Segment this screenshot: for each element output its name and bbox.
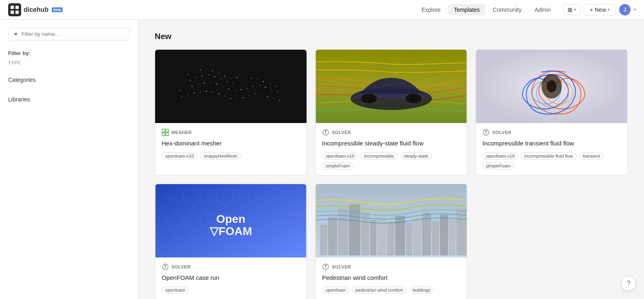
svg-point-50 bbox=[194, 92, 195, 94]
card-incompressible-transient[interactable]: SOLVER Incompressible transient fluid fl… bbox=[475, 49, 628, 176]
logo-text: dicehub bbox=[24, 6, 48, 13]
svg-point-35 bbox=[245, 80, 245, 81]
user-avatar[interactable]: J bbox=[619, 4, 631, 15]
tag-simpleFoam: simpleFoam bbox=[322, 162, 354, 169]
libraries-section: Libraries bbox=[8, 95, 130, 104]
svg-point-46 bbox=[277, 91, 278, 92]
city-svg bbox=[315, 184, 467, 257]
svg-rect-4 bbox=[15, 11, 19, 14]
svg-rect-128 bbox=[440, 215, 448, 255]
card-image-city bbox=[315, 184, 467, 257]
svg-point-20 bbox=[214, 76, 215, 77]
tags-row-hex: openfoam-v10 snappyHexMesh bbox=[162, 152, 300, 160]
help-button[interactable]: ? bbox=[621, 276, 636, 291]
svg-rect-2 bbox=[15, 6, 19, 9]
svg-point-74 bbox=[325, 130, 326, 132]
svg-point-32 bbox=[228, 88, 230, 90]
card-incompressible-steady[interactable]: SOLVER Incompressible steady-state fluid… bbox=[315, 49, 467, 176]
svg-point-112 bbox=[164, 265, 166, 266]
svg-point-38 bbox=[263, 81, 264, 82]
card-title-pedestrian: Pedestrian wind comfort bbox=[322, 274, 460, 282]
cards-grid: MESHER Hex-dominant mesher openfoam-v10 … bbox=[155, 49, 628, 299]
svg-point-19 bbox=[208, 75, 209, 75]
card-pedestrian-wind[interactable]: SOLVER Pedestrian wind comfort openfoam … bbox=[315, 184, 467, 299]
nav-community[interactable]: Community bbox=[487, 4, 527, 15]
main-content: New bbox=[138, 20, 644, 299]
svg-point-12 bbox=[224, 76, 226, 77]
svg-point-72 bbox=[405, 94, 422, 103]
svg-point-25 bbox=[186, 88, 186, 89]
svg-point-29 bbox=[210, 82, 211, 83]
solver-icon-4 bbox=[322, 263, 329, 270]
svg-point-16 bbox=[190, 80, 191, 81]
solver-icon-2 bbox=[482, 129, 490, 136]
svg-rect-0 bbox=[8, 3, 21, 16]
card-hex-mesher[interactable]: MESHER Hex-dominant mesher openfoam-v10 … bbox=[155, 49, 307, 176]
svg-point-36 bbox=[251, 78, 252, 79]
layout: ▼ Filter by: TYPE Categories Libraries N… bbox=[0, 20, 644, 299]
svg-point-22 bbox=[226, 81, 228, 82]
filter-icon: ▼ bbox=[13, 31, 18, 37]
svg-point-23 bbox=[232, 83, 233, 84]
tag-snappy: snappyHexMesh bbox=[200, 152, 241, 160]
solver-icon-3 bbox=[162, 263, 169, 270]
logo-area: dicehub beta bbox=[8, 3, 63, 16]
new-button[interactable]: + New ▾ bbox=[584, 4, 616, 15]
card-openfoam-case[interactable]: Open ▽FOAM SOLVER OpenFOAM case run open… bbox=[155, 184, 307, 299]
svg-point-45 bbox=[271, 89, 272, 90]
svg-point-47 bbox=[175, 98, 176, 99]
svg-rect-1 bbox=[11, 6, 14, 9]
svg-rect-67 bbox=[162, 133, 165, 136]
svg-point-18 bbox=[202, 76, 203, 77]
card-type-row-pedestrian: SOLVER bbox=[322, 263, 460, 270]
svg-point-61 bbox=[261, 94, 262, 95]
svg-rect-122 bbox=[387, 222, 394, 255]
svg-point-33 bbox=[234, 90, 235, 91]
sidebar: ▼ Filter by: TYPE Categories Libraries bbox=[0, 20, 138, 299]
card-title-openfoam: OpenFOAM case run bbox=[162, 274, 300, 282]
type-label: TYPE bbox=[8, 60, 130, 65]
svg-rect-129 bbox=[449, 220, 456, 255]
svg-rect-65 bbox=[162, 129, 165, 132]
help-icon: ? bbox=[627, 280, 631, 287]
nav-templates[interactable]: Templates bbox=[448, 4, 486, 15]
svg-point-42 bbox=[253, 86, 254, 87]
card-type-row-openfoam: SOLVER bbox=[162, 263, 300, 270]
header: dicehub beta Explore Templates Community… bbox=[0, 0, 644, 20]
sidebar-categories[interactable]: Categories bbox=[8, 75, 130, 85]
svg-point-48 bbox=[182, 96, 183, 97]
card-type-row-steady: SOLVER bbox=[322, 129, 460, 136]
svg-point-28 bbox=[204, 83, 205, 84]
mesher-icon bbox=[162, 129, 169, 136]
tag-transient: transient bbox=[579, 152, 604, 160]
svg-rect-116 bbox=[328, 217, 337, 255]
sidebar-libraries[interactable]: Libraries bbox=[8, 95, 130, 104]
svg-point-58 bbox=[243, 97, 244, 99]
svg-text:▽FOAM: ▽FOAM bbox=[209, 225, 252, 237]
nav-explore[interactable]: Explore bbox=[416, 4, 446, 15]
beta-badge: beta bbox=[52, 7, 63, 12]
swirl-svg bbox=[476, 50, 627, 123]
svg-rect-124 bbox=[406, 223, 412, 255]
svg-point-11 bbox=[218, 73, 219, 74]
chevron-down-icon: ▾ bbox=[574, 7, 576, 12]
nav-admin[interactable]: Admin bbox=[529, 4, 556, 15]
tag-pimpleFoam: pimpleFoam bbox=[482, 162, 515, 169]
search-input[interactable] bbox=[22, 31, 125, 37]
grid-view-button[interactable]: ▦ ▾ bbox=[563, 4, 580, 15]
card-title-transient: Incompressible transient fluid flow bbox=[482, 139, 621, 147]
svg-point-26 bbox=[192, 86, 193, 87]
svg-point-52 bbox=[206, 91, 207, 92]
svg-rect-120 bbox=[370, 220, 377, 255]
svg-point-41 bbox=[247, 88, 248, 89]
tags-row-transient: openfoam-v10 incompressible fluid flow t… bbox=[482, 152, 621, 169]
svg-point-60 bbox=[255, 93, 256, 95]
tag-openfoam: openfoam bbox=[162, 286, 189, 294]
car-svg bbox=[315, 50, 467, 123]
solver-type-label-3: SOLVER bbox=[171, 264, 191, 269]
svg-point-17 bbox=[196, 78, 197, 79]
card-image-mesh bbox=[155, 50, 307, 123]
svg-point-37 bbox=[257, 79, 258, 79]
svg-rect-121 bbox=[377, 215, 386, 255]
svg-rect-125 bbox=[413, 218, 421, 255]
